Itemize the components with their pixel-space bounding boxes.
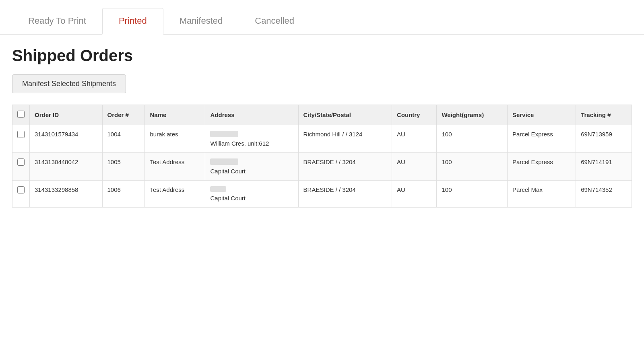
header-address: Address <box>205 105 298 125</box>
row-2-address-redacted <box>210 158 238 165</box>
row-2-country: AU <box>392 153 437 181</box>
tab-printed[interactable]: Printed <box>102 8 163 35</box>
header-order-id: Order ID <box>30 105 103 125</box>
tab-cancelled[interactable]: Cancelled <box>239 8 310 34</box>
header-weight: Weight(grams) <box>437 105 507 125</box>
row-3-address-redacted <box>210 186 226 192</box>
table-row: 3143130448042 1005 Test Address Capital … <box>12 153 632 181</box>
select-all-checkbox[interactable] <box>17 111 25 118</box>
row-1-name: burak ates <box>145 125 205 153</box>
tab-ready-to-print[interactable]: Ready To Print <box>12 8 102 34</box>
row-1-order-num: 1004 <box>102 125 145 153</box>
row-1-tracking: 69N713959 <box>576 125 632 153</box>
row-1-service: Parcel Express <box>507 125 576 153</box>
row-1-city: Richmond Hill / / 3124 <box>298 125 392 153</box>
header-service: Service <box>507 105 576 125</box>
row-3-order-num: 1006 <box>102 181 145 208</box>
row-2-checkbox[interactable] <box>17 158 25 166</box>
orders-table: Order ID Order # Name Address City/State… <box>12 105 632 208</box>
row-3-order-id: 3143133298858 <box>30 181 103 208</box>
row-3-service: Parcel Max <box>507 181 576 208</box>
table-row: 3143101579434 1004 burak ates William Cr… <box>12 125 632 153</box>
row-1-order-id: 3143101579434 <box>30 125 103 153</box>
row-2-order-num: 1005 <box>102 153 145 181</box>
row-2-city: BRAESIDE / / 3204 <box>298 153 392 181</box>
table-row: 3143133298858 1006 Test Address Capital … <box>12 181 632 208</box>
row-1-address-redacted <box>210 131 238 137</box>
row-1-checkbox-cell <box>12 125 30 153</box>
header-checkbox-cell <box>12 105 30 125</box>
row-3-city: BRAESIDE / / 3204 <box>298 181 392 208</box>
row-2-checkbox-cell <box>12 153 30 181</box>
row-2-service: Parcel Express <box>507 153 576 181</box>
row-3-tracking: 69N714352 <box>576 181 632 208</box>
table-header-row: Order ID Order # Name Address City/State… <box>12 105 632 125</box>
row-3-address-text: Capital Court <box>210 195 246 202</box>
tab-manifested[interactable]: Manifested <box>163 8 239 34</box>
row-3-weight: 100 <box>437 181 507 208</box>
row-2-name: Test Address <box>145 153 205 181</box>
page-wrapper: Ready To Print Printed Manifested Cancel… <box>0 0 644 362</box>
row-3-name: Test Address <box>145 181 205 208</box>
header-city-state-postal: City/State/Postal <box>298 105 392 125</box>
row-3-country: AU <box>392 181 437 208</box>
header-country: Country <box>392 105 437 125</box>
tabs-container: Ready To Print Printed Manifested Cancel… <box>0 8 644 35</box>
row-2-order-id: 3143130448042 <box>30 153 103 181</box>
page-content: Shipped Orders Manifest Selected Shipmen… <box>0 35 644 220</box>
row-3-address: Capital Court <box>205 181 298 208</box>
row-2-weight: 100 <box>437 153 507 181</box>
row-3-checkbox[interactable] <box>17 186 25 193</box>
row-1-address-text: William Cres. unit:612 <box>210 140 269 147</box>
page-title: Shipped Orders <box>12 47 632 65</box>
row-1-checkbox[interactable] <box>17 131 25 138</box>
header-tracking: Tracking # <box>576 105 632 125</box>
header-order-num: Order # <box>102 105 145 125</box>
row-2-address-text: Capital Court <box>210 168 246 175</box>
header-name: Name <box>145 105 205 125</box>
row-1-country: AU <box>392 125 437 153</box>
row-1-weight: 100 <box>437 125 507 153</box>
row-2-address: Capital Court <box>205 153 298 181</box>
row-2-tracking: 69N714191 <box>576 153 632 181</box>
row-3-checkbox-cell <box>12 181 30 208</box>
orders-table-wrapper: Order ID Order # Name Address City/State… <box>12 105 632 208</box>
manifest-selected-button[interactable]: Manifest Selected Shipments <box>12 74 126 93</box>
row-1-address: William Cres. unit:612 <box>205 125 298 153</box>
